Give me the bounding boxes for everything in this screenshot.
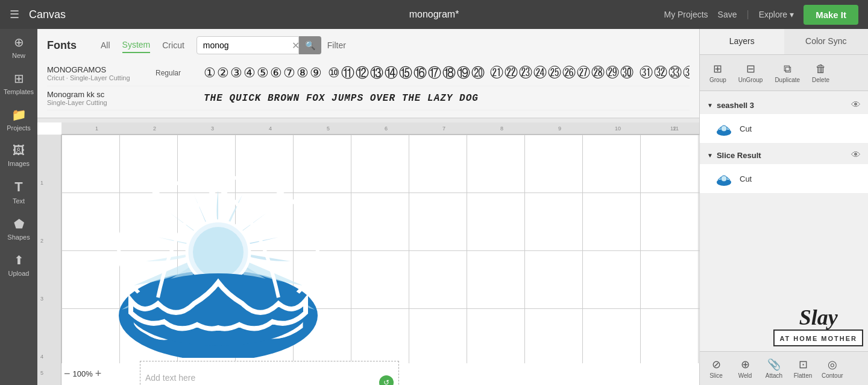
search-clear-button[interactable]: ✕ — [292, 40, 300, 51]
right-panel: Layers Color Sync ⊞ Group ⊟ UnGroup ⧉ Du… — [699, 29, 868, 385]
ungroup-icon: ⊟ — [746, 62, 755, 75]
font-item[interactable]: MONOGRAMOS Cricut · Single-Layer Cutting… — [47, 60, 690, 86]
slice-label: Slice — [709, 372, 723, 379]
my-projects-link[interactable]: My Projects — [664, 10, 708, 19]
sidebar-item-shapes[interactable]: ⬟ Shapes — [0, 211, 37, 247]
ruler-mark: 5 — [40, 370, 43, 376]
font-panel-title: Fonts — [47, 39, 77, 52]
filter-button[interactable]: Filter — [327, 40, 346, 50]
layer-item-seashell3-cut[interactable]: Cut — [700, 114, 868, 144]
slice-button[interactable]: ⊘ Slice — [702, 355, 730, 381]
attach-label: Attach — [766, 372, 782, 379]
sidebar-item-new[interactable]: ⊕ New — [0, 29, 37, 65]
zoom-in-button[interactable]: + — [95, 368, 102, 380]
hamburger-icon[interactable]: ☰ — [10, 8, 19, 21]
layers-toolbar: ⊞ Group ⊟ UnGroup ⧉ Duplicate 🗑 Delete — [700, 55, 868, 91]
ruler-mark: 12 — [670, 126, 676, 132]
delete-label: Delete — [812, 77, 829, 83]
chevron-down-icon: ▼ — [707, 102, 713, 109]
contour-button[interactable]: ◎ Contour — [818, 355, 847, 381]
group-button[interactable]: ⊞ Group — [705, 60, 731, 86]
ruler-mark: 1 — [95, 126, 98, 132]
ruler-left: 1 2 3 4 5 6 — [37, 135, 61, 385]
layer-item-slice-cut[interactable]: Cut — [700, 164, 868, 194]
make-it-button[interactable]: Make It — [804, 5, 858, 25]
weld-button[interactable]: ⊕ Weld — [731, 355, 759, 381]
sidebar-item-projects[interactable]: 📁 Projects — [0, 101, 37, 138]
ruler-mark: 2 — [153, 126, 156, 132]
layer-group-label: Slice Result — [717, 151, 761, 160]
font-info: MONOGRAMOS Cricut · Single-Layer Cutting — [47, 65, 156, 81]
sidebar-item-label: Images — [8, 160, 30, 167]
text-refresh-button[interactable]: ↺ — [379, 375, 394, 385]
ruler-mark: 2 — [40, 238, 43, 244]
layer-item-label: Cut — [740, 124, 861, 133]
shapes-icon: ⬟ — [14, 217, 24, 231]
font-tab-system[interactable]: System — [122, 37, 151, 53]
layer-group-slice-result: ▼ Slice Result 👁 Cut — [700, 146, 868, 194]
font-meta: Single-Layer Cutting — [47, 99, 156, 106]
svg-point-6 — [721, 126, 727, 132]
font-preview-2: THE QUICK BROWN FOX JUMPS OVER THE LAZY … — [204, 93, 690, 104]
font-source: Cricut · Single-Layer Cutting — [47, 74, 156, 81]
font-search: ✕ 🔍 — [197, 36, 321, 54]
sidebar-item-label: Templates — [4, 88, 34, 95]
layer-thumbnail — [714, 119, 734, 138]
ruler-mark: 3 — [211, 126, 214, 132]
save-link[interactable]: Save — [718, 10, 737, 19]
explore-label: Explore — [759, 10, 787, 19]
font-style: Regular — [156, 69, 204, 77]
layer-visibility-button[interactable]: 👁 — [851, 100, 861, 110]
font-panel: Fonts All System Cricut ✕ 🔍 Filter — [37, 29, 699, 118]
font-tab-cricut[interactable]: Cricut — [162, 38, 184, 52]
font-tab-all[interactable]: All — [101, 38, 110, 52]
font-name: Monogram kk sc — [47, 90, 156, 99]
watermark-subtext: AT HOME MOTHER — [779, 335, 857, 342]
layer-group-header-seashell3[interactable]: ▼ seashell 3 👁 — [700, 96, 868, 114]
sidebar-item-label: Shapes — [7, 234, 30, 241]
sidebar-item-text[interactable]: T Text — [0, 173, 37, 211]
plus-icon: ⊕ — [14, 35, 24, 49]
duplicate-button[interactable]: ⧉ Duplicate — [770, 60, 805, 86]
watermark-text: Slay — [773, 307, 863, 328]
contour-icon: ◎ — [828, 358, 837, 371]
layer-group-label: seashell 3 — [717, 101, 754, 110]
layer-group-header-slice[interactable]: ▼ Slice Result 👁 — [700, 146, 868, 164]
font-tabs: All System Cricut — [101, 37, 184, 53]
ruler-mark: 3 — [40, 296, 43, 302]
sidebar-item-label: New — [12, 52, 25, 59]
weld-icon: ⊕ — [741, 358, 750, 371]
explore-dropdown[interactable]: Explore ▾ — [759, 10, 794, 19]
sidebar-item-templates[interactable]: ⊞ Templates — [0, 65, 37, 101]
ruler-mark: 6 — [385, 126, 388, 132]
search-go-button[interactable]: 🔍 — [299, 36, 321, 54]
layer-visibility-button[interactable]: 👁 — [851, 150, 861, 161]
attach-button[interactable]: 📎 Attach — [760, 355, 788, 381]
flatten-button[interactable]: ⊡ Flatten — [789, 355, 817, 381]
ruler-mark: 10 — [615, 126, 621, 132]
canvas-grid-area[interactable]: 1 2 3 4 5 6 7 8 9 10 11 12 1 2 3 4 5 6 — [37, 122, 699, 385]
sidebar-item-label: Upload — [8, 270, 30, 277]
font-list: MONOGRAMOS Cricut · Single-Layer Cutting… — [47, 60, 690, 110]
text-placeholder: Add text here — [145, 373, 195, 383]
chevron-down-icon: ▾ — [790, 10, 794, 19]
font-search-input[interactable] — [197, 36, 299, 54]
canvas-grid[interactable]: Add text here ↺ — [61, 135, 699, 363]
canvas-container[interactable]: Fonts All System Cricut ✕ 🔍 Filter — [37, 29, 699, 385]
font-item[interactable]: Monogram kk sc Single-Layer Cutting THE … — [47, 86, 690, 110]
tab-color-sync[interactable]: Color Sync — [784, 29, 869, 54]
delete-button[interactable]: 🗑 Delete — [807, 60, 834, 86]
ruler-mark: 1 — [40, 180, 43, 186]
tab-layers[interactable]: Layers — [700, 29, 784, 54]
font-preview: ①②③④⑤⑥⑦⑧⑨ ⑩⑪⑫⑬⑭⑮⑯⑰⑱⑲⑳ ㉑㉒㉓㉔㉕㉖㉗㉘㉙㉚ ㉛㉜㉝㉞㉟㊱㊲… — [204, 64, 690, 82]
seashell-design — [98, 141, 327, 358]
sidebar-item-upload[interactable]: ⬆ Upload — [0, 247, 37, 283]
group-label: Group — [709, 77, 726, 83]
ruler-mark: 4 — [40, 354, 43, 360]
zoom-out-button[interactable]: − — [64, 368, 71, 380]
sidebar-item-images[interactable]: 🖼 Images — [0, 138, 37, 173]
ungroup-button[interactable]: ⊟ UnGroup — [734, 60, 768, 86]
slice-icon: ⊘ — [712, 358, 721, 371]
navbar: ☰ Canvas monogram* My Projects Save | Ex… — [0, 0, 868, 29]
text-input-box[interactable]: Add text here ↺ — [140, 361, 399, 385]
